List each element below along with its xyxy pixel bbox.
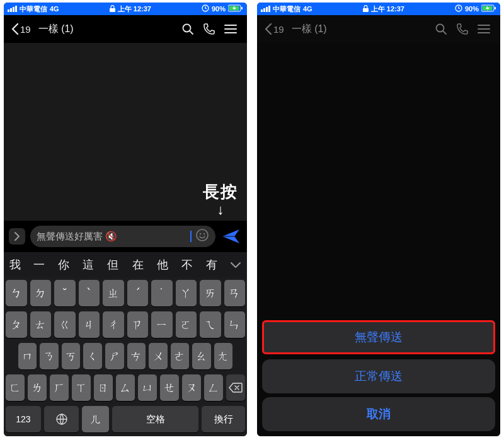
action-sheet: 無聲傳送 正常傳送 取消 <box>257 315 500 436</box>
key[interactable]: ㄓ <box>103 280 124 306</box>
key[interactable]: ㄝ <box>160 374 179 401</box>
key[interactable]: ㄧ <box>151 311 173 338</box>
call-button[interactable] <box>454 23 471 35</box>
key-return[interactable]: 換行 <box>202 406 245 432</box>
rotation-lock-icon <box>202 4 209 13</box>
key-123[interactable]: 123 <box>6 406 41 432</box>
key[interactable]: ˋ <box>79 280 100 306</box>
key[interactable]: ㄨ <box>149 343 168 369</box>
key[interactable]: ˊ <box>127 280 149 306</box>
rotation-lock-icon <box>455 4 462 13</box>
key[interactable]: ㄖ <box>94 374 113 401</box>
key[interactable]: ㄦ <box>82 406 109 432</box>
phone-left: 中華電信 4G 上午 12:37 90% 19 一樣 (1) <box>4 3 247 436</box>
candidate[interactable]: 一 <box>26 257 51 272</box>
key[interactable]: ㄛ <box>176 311 197 338</box>
svg-point-7 <box>203 233 205 234</box>
key[interactable]: ㄔ <box>103 311 124 338</box>
key[interactable]: ㄍ <box>54 311 76 338</box>
candidate[interactable]: 有 <box>200 257 224 272</box>
signal-icon <box>8 6 17 12</box>
candidate[interactable]: 你 <box>51 257 76 272</box>
back-count: 19 <box>20 24 31 35</box>
key[interactable]: ㄒ <box>72 374 91 401</box>
candidates-expand[interactable] <box>224 258 247 272</box>
key[interactable]: ㄆ <box>6 311 27 338</box>
candidate[interactable]: 不 <box>175 257 200 272</box>
emoji-button[interactable] <box>195 228 209 245</box>
key[interactable]: ㄕ <box>105 343 124 369</box>
candidate[interactable]: 但 <box>101 257 125 272</box>
chevron-down-icon <box>231 262 241 269</box>
key-globe[interactable] <box>44 406 79 432</box>
message-input[interactable]: 無聲傳送好厲害 🔇 <box>30 226 215 247</box>
key[interactable]: ㄌ <box>28 374 47 401</box>
key[interactable]: ㄉ <box>30 280 52 306</box>
chevron-left-icon <box>265 23 272 35</box>
candidate[interactable]: 他 <box>150 257 175 272</box>
key[interactable]: ㄘ <box>127 343 146 369</box>
key[interactable]: ㄢ <box>224 280 246 306</box>
call-button[interactable] <box>200 23 218 35</box>
key[interactable]: ㄩ <box>138 374 157 401</box>
key[interactable]: ㄇ <box>18 343 37 369</box>
key[interactable]: ㄎ <box>62 343 81 369</box>
key[interactable]: ㄏ <box>50 374 69 401</box>
keyboard: ㄅ ㄉ ˇ ˋ ㄓ ˊ ˙ ㄚ ㄞ ㄢ ㄆ ㄊ ㄍ ㄐ ㄔ ㄗ ㄧ ㄛ ㄟ ㄣ … <box>4 277 247 436</box>
expand-button[interactable] <box>9 228 25 245</box>
key[interactable]: ˇ <box>54 280 76 306</box>
phone-icon <box>203 23 215 35</box>
key[interactable]: ㄠ <box>192 343 211 369</box>
back-button[interactable]: 19 <box>265 23 284 35</box>
key[interactable]: ㄗ <box>127 311 149 338</box>
signal-icon <box>261 6 270 12</box>
key[interactable]: ㄋ <box>40 343 59 369</box>
chat-area[interactable]: 長按 ↓ <box>4 43 247 221</box>
search-button[interactable] <box>432 23 450 35</box>
key[interactable]: ㄚ <box>176 280 197 306</box>
menu-button[interactable] <box>222 24 239 34</box>
search-button[interactable] <box>179 23 197 35</box>
phone-right: 中華電信 4G 上午 12:37 90% 19 一樣 (1) 無聲傳送 正常傳送 <box>257 3 500 436</box>
svg-rect-12 <box>495 7 496 9</box>
key[interactable]: ㄟ <box>200 311 221 338</box>
clock-label: 上午 12:37 <box>371 4 404 14</box>
key[interactable]: ˙ <box>151 280 173 306</box>
send-button[interactable] <box>220 228 242 245</box>
back-button[interactable]: 19 <box>11 23 31 35</box>
chevron-left-icon <box>11 23 19 35</box>
status-bar: 中華電信 4G 上午 12:37 90% <box>257 3 500 15</box>
back-count: 19 <box>273 24 284 35</box>
battery-icon <box>481 4 496 13</box>
candidate[interactable]: 我 <box>4 257 26 272</box>
key[interactable]: ㄥ <box>204 374 223 401</box>
key[interactable]: ㄞ <box>200 280 221 306</box>
chat-title[interactable]: 一樣 (1) <box>292 23 327 36</box>
annotation-label: 長按 <box>203 181 238 203</box>
menu-button[interactable] <box>475 24 493 34</box>
smile-icon <box>195 228 209 242</box>
sheet-normal-send[interactable]: 正常傳送 <box>262 359 495 393</box>
key[interactable]: ㄈ <box>6 374 25 401</box>
sheet-cancel[interactable]: 取消 <box>262 397 495 431</box>
globe-icon <box>55 413 68 426</box>
candidate[interactable]: 在 <box>125 257 150 272</box>
key[interactable]: ㄡ <box>182 374 201 401</box>
key[interactable]: ㄜ <box>171 343 190 369</box>
key[interactable]: ㄙ <box>116 374 135 401</box>
sheet-silent-send[interactable]: 無聲傳送 <box>262 320 495 354</box>
key[interactable]: ㄐ <box>79 311 100 338</box>
carrier-label: 中華電信 <box>273 4 301 14</box>
key[interactable]: ㄑ <box>83 343 102 369</box>
key[interactable]: ㄅ <box>6 280 27 306</box>
key-space[interactable]: 空格 <box>112 406 198 432</box>
key[interactable]: ㄣ <box>224 311 246 338</box>
chat-title[interactable]: 一樣 (1) <box>38 23 74 36</box>
key[interactable]: ㄊ <box>30 311 52 338</box>
svg-rect-3 <box>241 7 243 9</box>
send-icon <box>222 228 241 245</box>
svg-point-6 <box>200 233 201 234</box>
key[interactable]: ㄤ <box>214 343 233 369</box>
candidate[interactable]: 這 <box>76 257 101 272</box>
key-delete[interactable] <box>226 374 245 401</box>
